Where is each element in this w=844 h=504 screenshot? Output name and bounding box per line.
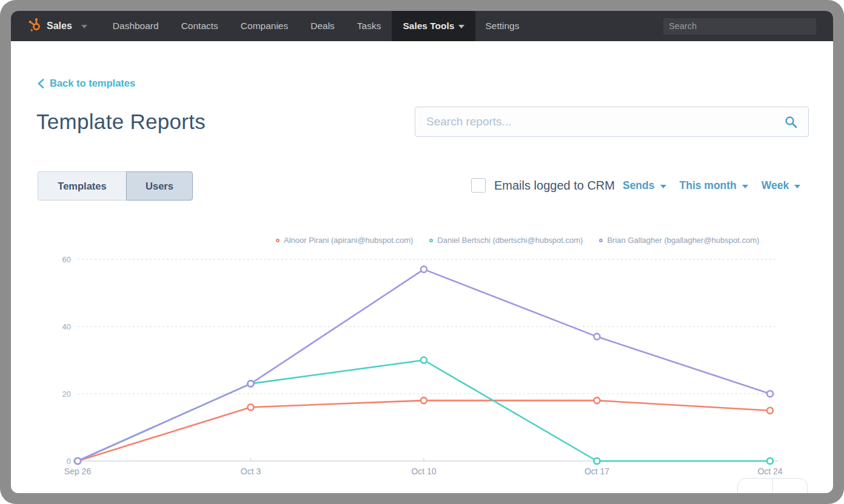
data-point-marker[interactable] (421, 357, 427, 363)
chart-controls: Emails logged to CRM Sends This month We… (471, 178, 800, 193)
report-search-input[interactable] (415, 107, 808, 136)
app-window: Sales Dashboard Contacts Companies Deals… (11, 11, 833, 493)
nav-item-sales-tools[interactable]: Sales Tools (392, 11, 475, 41)
nav-item-settings[interactable]: Settings (485, 21, 519, 31)
back-link-label: Back to templates (50, 78, 135, 89)
x-axis-tick-label: Oct 24 (757, 466, 782, 476)
data-point-marker[interactable] (75, 458, 81, 464)
sends-dropdown[interactable]: Sends (623, 179, 666, 192)
hubspot-sprocket-icon (28, 18, 42, 35)
report-search-box (415, 107, 809, 137)
legend-marker-icon (276, 239, 280, 242)
chevron-down-icon (660, 185, 666, 188)
data-point-marker[interactable] (594, 334, 600, 340)
search-icon[interactable] (785, 116, 797, 131)
data-point-marker[interactable] (421, 397, 427, 403)
date-range-dropdown[interactable]: This month (680, 179, 748, 192)
nav-brand-label: Sales (47, 21, 72, 31)
legend-item[interactable]: Daniel Bertschi (dbertschi@hubspot.com) (429, 236, 583, 245)
back-to-templates-link[interactable]: Back to templates (38, 78, 135, 89)
top-nav: Sales Dashboard Contacts Companies Deals… (11, 11, 833, 41)
date-range-dropdown-label: This month (680, 179, 737, 192)
data-point-marker[interactable] (767, 458, 773, 464)
y-axis-tick-label: 20 (62, 390, 71, 399)
data-point-marker[interactable] (421, 267, 427, 273)
y-axis-tick-label: 0 (67, 457, 71, 466)
granularity-dropdown-label: Week (762, 179, 789, 192)
legend-item[interactable]: Alnoor Pirani (apirani@hubspot.com) (276, 236, 413, 245)
data-point-marker[interactable] (767, 408, 773, 414)
tab-users[interactable]: Users (126, 171, 193, 201)
sends-dropdown-label: Sends (623, 179, 655, 192)
tab-templates-label: Templates (58, 181, 106, 192)
nav-item-dashboard[interactable]: Dashboard (113, 21, 159, 31)
nav-search-input[interactable] (663, 18, 816, 35)
series-line (78, 400, 770, 461)
page-title: Template Reports (36, 110, 206, 134)
y-axis-tick-label: 60 (62, 255, 71, 264)
granularity-dropdown[interactable]: Week (762, 179, 800, 192)
x-axis-tick-label: Oct 17 (584, 466, 609, 476)
emails-logged-label: Emails logged to CRM (494, 179, 615, 193)
data-point-marker[interactable] (248, 380, 254, 386)
tab-users-label: Users (146, 181, 173, 192)
chevron-down-icon (458, 25, 464, 28)
legend-label: Brian Gallagher (bgallagher@hubspot.com) (607, 236, 759, 245)
nav-brand[interactable]: Sales (28, 18, 87, 35)
data-point-marker[interactable] (594, 458, 600, 464)
chevron-down-icon (81, 25, 87, 28)
data-point-marker[interactable] (248, 404, 254, 410)
tab-templates[interactable]: Templates (38, 171, 126, 201)
emails-logged-checkbox[interactable] (471, 178, 486, 193)
nav-item-companies[interactable]: Companies (241, 21, 288, 31)
chevron-down-icon (794, 185, 800, 188)
nav-item-tasks[interactable]: Tasks (357, 21, 381, 31)
legend-label: Daniel Bertschi (dbertschi@hubspot.com) (437, 236, 583, 245)
pager-divider (772, 479, 773, 493)
legend-item[interactable]: Brian Gallagher (bgallagher@hubspot.com) (599, 236, 759, 245)
sends-line-chart: 0204060Sep 26Oct 3Oct 10Oct 17Oct 24 (11, 247, 833, 493)
chart-legend: Alnoor Pirani (apirani@hubspot.com)Danie… (276, 236, 759, 245)
legend-marker-icon (429, 239, 433, 242)
legend-marker-icon (599, 239, 603, 242)
x-axis-tick-label: Oct 10 (411, 466, 436, 476)
y-axis-tick-label: 40 (62, 322, 71, 331)
view-toggle: Templates Users (38, 171, 193, 201)
nav-item-contacts[interactable]: Contacts (181, 21, 218, 31)
legend-label: Alnoor Pirani (apirani@hubspot.com) (284, 236, 413, 245)
x-axis-tick-label: Sep 26 (64, 466, 92, 476)
nav-sales-tools-label: Sales Tools (403, 21, 454, 31)
nav-item-deals[interactable]: Deals (310, 21, 335, 31)
chevron-left-icon (38, 79, 44, 88)
pager-control[interactable] (737, 478, 808, 493)
data-point-marker[interactable] (767, 391, 773, 397)
screenshot-frame: Sales Dashboard Contacts Companies Deals… (0, 0, 844, 504)
data-point-marker[interactable] (594, 397, 600, 403)
series-line (78, 360, 770, 462)
x-axis-tick-label: Oct 3 (241, 466, 261, 476)
chevron-down-icon (742, 185, 748, 188)
series-line (78, 270, 770, 461)
